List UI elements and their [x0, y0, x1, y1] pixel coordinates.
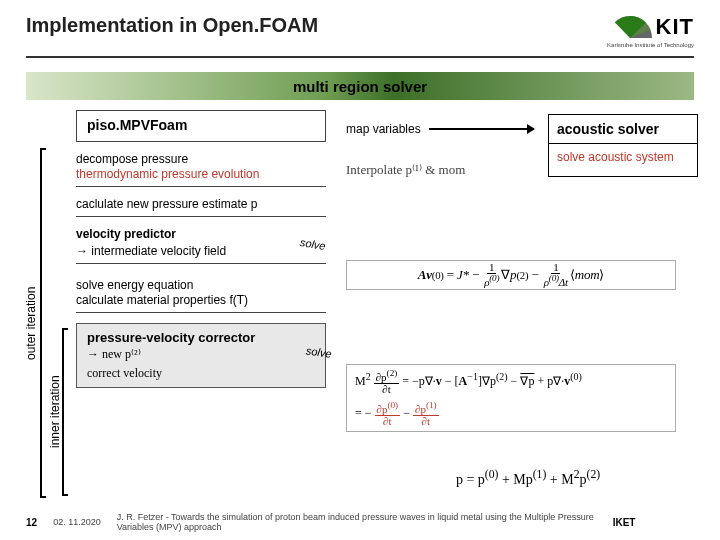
equation-total-pressure: p = p(0) + Mp(1) + M2p(2) [388, 468, 668, 488]
kit-fan-icon [630, 16, 652, 38]
energy-box: solve energy equation calculate material… [76, 274, 326, 313]
page-number: 12 [26, 517, 37, 528]
header-divider [26, 56, 694, 58]
pv-title: pressure-velocity corrector [87, 330, 315, 345]
decompose-box: decompose pressure thermodynamic pressur… [76, 148, 326, 187]
footer-date: 02. 11.2020 [53, 517, 101, 527]
estimate-box: caclulate new pressure estimate p [76, 193, 326, 217]
footer-credit: J. R. Fetzer - Towards the simulation of… [117, 512, 597, 532]
pv-correct: correct velocity [87, 366, 315, 381]
map-variables-label: map variables [346, 122, 421, 136]
pv-sub: → new p⁽²⁾ [87, 347, 315, 362]
solver-steps-column: piso.MPVFoam decompose pressure thermody… [76, 110, 326, 388]
kit-wordmark: KIT [656, 14, 694, 40]
energy-line1: solve energy equation [76, 278, 193, 292]
equation-pressure: M2 ∂p(2)∂t = −p∇·v − [A−1]∇p(2) − ∇p + p… [346, 364, 676, 432]
solver-name-box: piso.MPVFoam [76, 110, 326, 142]
inner-iteration-bracket [62, 328, 68, 496]
kit-logo: KIT Karlsruhe Institute of Technology [607, 14, 694, 48]
acoustic-title: acoustic solver [549, 115, 697, 144]
velocity-predictor-box: velocity predictor → intermediate veloci… [76, 223, 326, 264]
slide-footer: 12 02. 11.2020 J. R. Fetzer - Towards th… [0, 512, 720, 532]
velocity-predictor-sub: → intermediate velocity field [76, 244, 326, 259]
outer-iteration-bracket [40, 148, 46, 498]
map-variables-row: map variables [346, 122, 534, 136]
arrow-right-icon [429, 128, 534, 130]
region-label: multi region solver [293, 78, 427, 95]
diagram-area: outer iteration inner iteration piso.MPV… [26, 110, 694, 510]
pv-corrector-box: pressure-velocity corrector → new p⁽²⁾ c… [76, 323, 326, 388]
decompose-line1: decompose pressure [76, 152, 188, 166]
footer-right: IKET [613, 517, 636, 528]
velocity-predictor-title: velocity predictor [76, 227, 176, 241]
interpolate-text: Interpolate p⁽¹⁾ & mom [346, 162, 646, 178]
slide-header: Implementation in Open.FOAM KIT Karlsruh… [0, 0, 720, 52]
equation-velocity: Av(0) = J* − 1ρ(0) ∇p(2) − 1ρ(0)Δt ⟨mom⟩ [346, 260, 676, 290]
energy-line2: calculate material properties f(T) [76, 293, 248, 307]
decompose-line2: thermodynamic pressure evolution [76, 167, 326, 182]
slide-title: Implementation in Open.FOAM [26, 14, 318, 37]
kit-subtitle: Karlsruhe Institute of Technology [607, 42, 694, 48]
region-banner: multi region solver [26, 72, 694, 100]
